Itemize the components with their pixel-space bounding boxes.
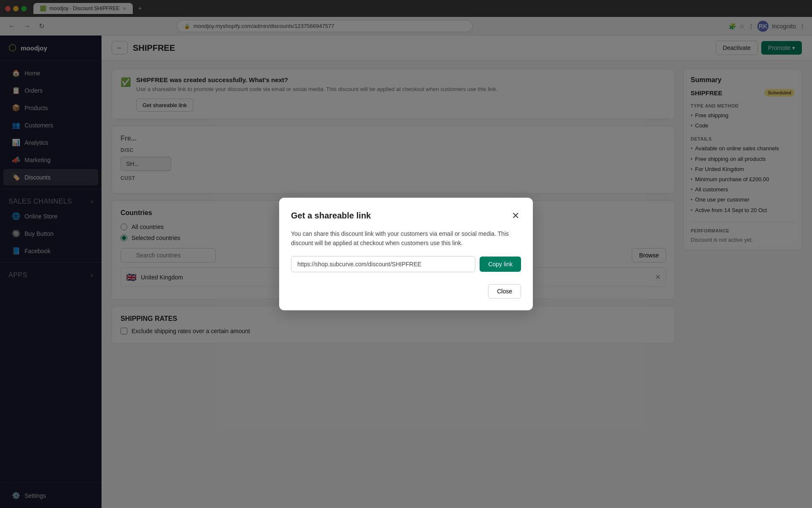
modal-header: Get a shareable link ✕ [291,210,521,222]
modal-close-button[interactable]: ✕ [510,210,521,222]
modal-footer: Close [291,284,521,298]
modal-overlay[interactable]: Get a shareable link ✕ You can share thi… [0,0,812,508]
modal-title: Get a shareable link [291,211,371,221]
shareable-link-modal: Get a shareable link ✕ You can share thi… [279,198,533,311]
close-modal-button[interactable]: Close [488,284,521,298]
shareable-link-input[interactable] [291,256,475,272]
copy-link-button[interactable]: Copy link [480,257,521,272]
modal-link-row: Copy link [291,256,521,272]
modal-body: You can share this discount link with yo… [291,229,521,248]
